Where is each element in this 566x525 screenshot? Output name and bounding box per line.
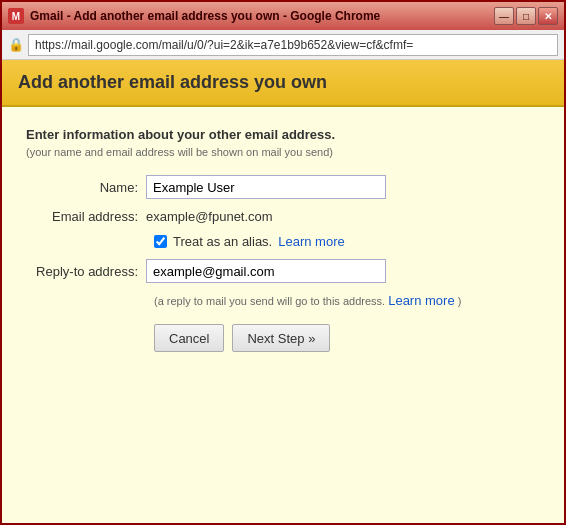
url-input[interactable]	[28, 34, 558, 56]
cancel-button[interactable]: Cancel	[154, 324, 224, 352]
email-display: example@fpunet.com	[146, 209, 273, 224]
name-input[interactable]	[146, 175, 386, 199]
maximize-button[interactable]: □	[516, 7, 536, 25]
reply-learn-more-link[interactable]: Learn more	[388, 293, 454, 308]
close-button[interactable]: ✕	[538, 7, 558, 25]
browser-icon: M	[8, 8, 24, 24]
reply-to-input[interactable]	[146, 259, 386, 283]
minimize-button[interactable]: —	[494, 7, 514, 25]
email-row: Email address: example@fpunet.com	[26, 209, 540, 224]
lock-icon: 🔒	[8, 37, 24, 52]
alias-label: Treat as an alias.	[173, 234, 272, 249]
reply-to-row: Reply-to address:	[26, 259, 540, 283]
next-step-button[interactable]: Next Step »	[232, 324, 330, 352]
title-bar: M Gmail - Add another email address you …	[2, 2, 564, 30]
reply-note-end: )	[458, 295, 462, 307]
window-controls: — □ ✕	[494, 7, 558, 25]
address-bar: 🔒	[2, 30, 564, 60]
alias-checkbox[interactable]	[154, 235, 167, 248]
email-label: Email address:	[26, 209, 146, 224]
browser-window: M Gmail - Add another email address you …	[0, 0, 566, 525]
alias-learn-more-link[interactable]: Learn more	[278, 234, 344, 249]
name-label: Name:	[26, 180, 146, 195]
reply-note-text: (a reply to mail you send will go to thi…	[154, 295, 385, 307]
reply-note: (a reply to mail you send will go to thi…	[154, 293, 540, 308]
window-title: Gmail - Add another email address you ow…	[30, 9, 494, 23]
name-row: Name:	[26, 175, 540, 199]
form-area: Enter information about your other email…	[2, 107, 564, 372]
buttons-row: Cancel Next Step »	[154, 324, 540, 352]
form-description-main: Enter information about your other email…	[26, 127, 540, 142]
page-header: Add another email address you own	[2, 60, 564, 107]
reply-to-label: Reply-to address:	[26, 264, 146, 279]
form-description: Enter information about your other email…	[26, 127, 540, 159]
main-content: Add another email address you own Enter …	[2, 60, 564, 523]
page-title: Add another email address you own	[18, 72, 548, 93]
form-description-sub: (your name and email address will be sho…	[26, 146, 333, 158]
alias-row: Treat as an alias. Learn more	[154, 234, 540, 249]
